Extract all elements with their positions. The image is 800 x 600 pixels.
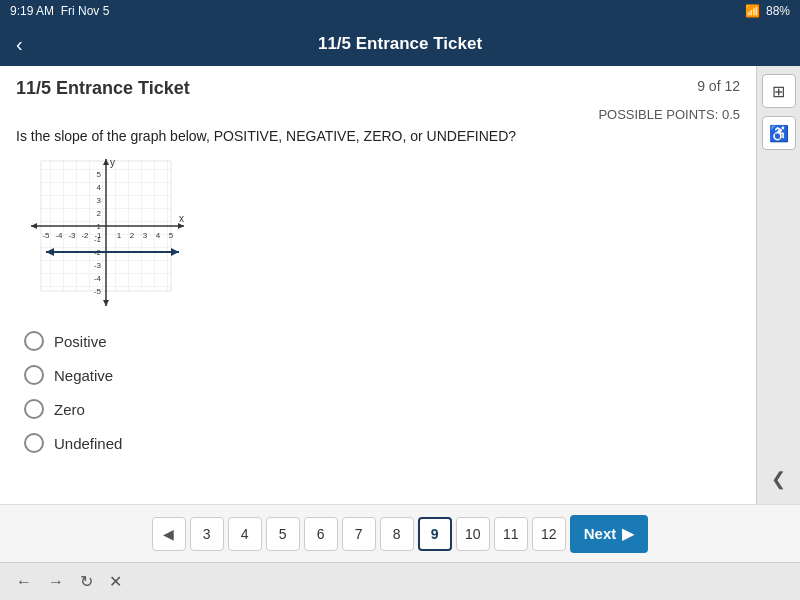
svg-text:4: 4 xyxy=(156,231,161,240)
svg-text:-4: -4 xyxy=(55,231,63,240)
page-header: 11/5 Entrance Ticket 9 of 12 xyxy=(16,78,740,99)
back-button[interactable]: ‹ xyxy=(16,33,23,56)
next-label: Next xyxy=(584,525,617,542)
svg-marker-6 xyxy=(103,300,109,306)
choice-positive-label: Positive xyxy=(54,333,107,350)
radio-negative[interactable] xyxy=(24,365,44,385)
page-counter: 9 of 12 xyxy=(697,78,740,94)
svg-text:-5: -5 xyxy=(42,231,50,240)
svg-marker-4 xyxy=(31,223,37,229)
wifi-icon: 📶 xyxy=(745,4,760,18)
page-9-button[interactable]: 9 xyxy=(418,517,452,551)
content-area: 11/5 Entrance Ticket 9 of 12 POSSIBLE PO… xyxy=(0,66,756,504)
svg-text:-1: -1 xyxy=(94,235,102,244)
choice-zero[interactable]: Zero xyxy=(24,399,740,419)
main-layout: 11/5 Entrance Ticket 9 of 12 POSSIBLE PO… xyxy=(0,66,800,504)
accessibility-icon: ♿ xyxy=(769,124,789,143)
right-sidebar: ⊞ ♿ ❮ xyxy=(756,66,800,504)
page-7-button[interactable]: 7 xyxy=(342,517,376,551)
pagination-area: ◀ 3 4 5 6 7 8 9 10 11 12 Next ▶ xyxy=(0,504,800,562)
svg-text:4: 4 xyxy=(97,183,102,192)
page-8-button[interactable]: 8 xyxy=(380,517,414,551)
svg-text:3: 3 xyxy=(97,196,102,205)
page-10-button[interactable]: 10 xyxy=(456,517,490,551)
possible-points: POSSIBLE POINTS: 0.5 xyxy=(16,107,740,122)
radio-positive[interactable] xyxy=(24,331,44,351)
status-right: 📶 88% xyxy=(745,4,790,18)
svg-text:-2: -2 xyxy=(81,231,89,240)
svg-text:1: 1 xyxy=(117,231,122,240)
choice-negative[interactable]: Negative xyxy=(24,365,740,385)
choice-positive[interactable]: Positive xyxy=(24,331,740,351)
svg-text:2: 2 xyxy=(130,231,135,240)
svg-text:-4: -4 xyxy=(94,274,102,283)
next-button[interactable]: Next ▶ xyxy=(570,515,649,553)
page-4-button[interactable]: 4 xyxy=(228,517,262,551)
accessibility-icon-button[interactable]: ♿ xyxy=(762,116,796,150)
battery-indicator: 88% xyxy=(766,4,790,18)
svg-text:x: x xyxy=(179,213,184,224)
svg-text:3: 3 xyxy=(143,231,148,240)
chevron-left-icon: ❮ xyxy=(771,468,786,490)
page-title: 11/5 Entrance Ticket xyxy=(16,78,190,99)
svg-text:5: 5 xyxy=(97,170,102,179)
page-11-button[interactable]: 11 xyxy=(494,517,528,551)
svg-text:y: y xyxy=(110,157,115,168)
page-5-button[interactable]: 5 xyxy=(266,517,300,551)
page-3-button[interactable]: 3 xyxy=(190,517,224,551)
radio-undefined[interactable] xyxy=(24,433,44,453)
svg-text:2: 2 xyxy=(97,209,102,218)
svg-marker-31 xyxy=(171,248,179,256)
status-bar: 9:19 AM Fri Nov 5 📶 88% xyxy=(0,0,800,22)
coordinate-graph: x y -5 -4 -3 -2 -1 1 2 3 4 5 5 4 3 2 1 -… xyxy=(24,156,189,311)
app-header: ‹ 11/5 Entrance Ticket xyxy=(0,22,800,66)
grid-icon-button[interactable]: ⊞ xyxy=(762,74,796,108)
svg-text:1: 1 xyxy=(97,222,102,231)
svg-text:-5: -5 xyxy=(94,287,102,296)
answer-choices: Positive Negative Zero Undefined xyxy=(24,331,740,453)
choice-undefined[interactable]: Undefined xyxy=(24,433,740,453)
next-arrow-icon: ▶ xyxy=(622,525,634,543)
page-6-button[interactable]: 6 xyxy=(304,517,338,551)
svg-text:-3: -3 xyxy=(94,261,102,270)
status-time: 9:19 AM Fri Nov 5 xyxy=(10,4,109,18)
radio-zero[interactable] xyxy=(24,399,44,419)
sidebar-collapse-button[interactable]: ❮ xyxy=(762,462,796,496)
browser-forward-button[interactable]: → xyxy=(48,573,64,591)
browser-back-button[interactable]: ← xyxy=(16,573,32,591)
graph-container: x y -5 -4 -3 -2 -1 1 2 3 4 5 5 4 3 2 1 -… xyxy=(24,156,740,311)
svg-text:5: 5 xyxy=(169,231,174,240)
header-title: 11/5 Entrance Ticket xyxy=(318,34,482,54)
browser-bar: ← → ↻ ✕ xyxy=(0,562,800,600)
page-12-button[interactable]: 12 xyxy=(532,517,566,551)
grid-icon: ⊞ xyxy=(772,82,785,101)
choice-zero-label: Zero xyxy=(54,401,85,418)
choice-undefined-label: Undefined xyxy=(54,435,122,452)
question-text: Is the slope of the graph below, POSITIV… xyxy=(16,128,740,144)
browser-refresh-button[interactable]: ↻ xyxy=(80,572,93,591)
browser-close-button[interactable]: ✕ xyxy=(109,572,122,591)
svg-text:-3: -3 xyxy=(68,231,76,240)
prev-page-button[interactable]: ◀ xyxy=(152,517,186,551)
choice-negative-label: Negative xyxy=(54,367,113,384)
